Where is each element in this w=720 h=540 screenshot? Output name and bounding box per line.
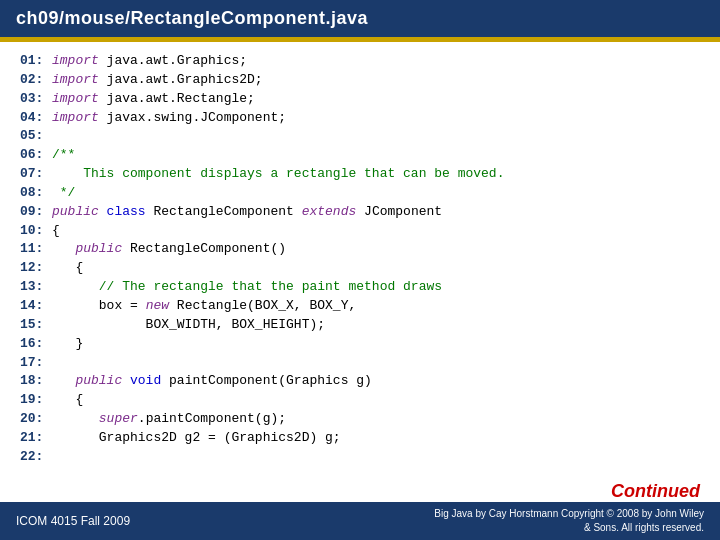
line-number: 01:: [20, 52, 52, 71]
line-code: Graphics2D g2 = (Graphics2D) g;: [52, 429, 341, 448]
line-number: 22:: [20, 448, 52, 467]
continued-label: Continued: [611, 481, 700, 502]
line-number: 21:: [20, 429, 52, 448]
code-line: 20: super.paintComponent(g);: [20, 410, 700, 429]
line-number: 12:: [20, 259, 52, 278]
code-line: 11: public RectangleComponent(): [20, 240, 700, 259]
code-line: 13: // The rectangle that the paint meth…: [20, 278, 700, 297]
code-line: 12: {: [20, 259, 700, 278]
line-number: 17:: [20, 354, 52, 373]
code-line: 22:: [20, 448, 700, 467]
line-code: box = new Rectangle(BOX_X, BOX_Y,: [52, 297, 356, 316]
line-code: public void paintComponent(Graphics g): [52, 372, 372, 391]
line-number: 06:: [20, 146, 52, 165]
code-line: 09:public class RectangleComponent exten…: [20, 203, 700, 222]
line-number: 14:: [20, 297, 52, 316]
line-number: 19:: [20, 391, 52, 410]
line-code: import javax.swing.JComponent;: [52, 109, 286, 128]
line-code: public class RectangleComponent extends …: [52, 203, 442, 222]
code-line: 10:{: [20, 222, 700, 241]
line-number: 20:: [20, 410, 52, 429]
code-content: 01:import java.awt.Graphics;02:import ja…: [0, 42, 720, 477]
code-line: 18: public void paintComponent(Graphics …: [20, 372, 700, 391]
code-line: 03:import java.awt.Rectangle;: [20, 90, 700, 109]
line-number: 09:: [20, 203, 52, 222]
line-number: 13:: [20, 278, 52, 297]
line-number: 07:: [20, 165, 52, 184]
line-code: public RectangleComponent(): [52, 240, 286, 259]
slide: ch09/mouse/RectangleComponent.java 01:im…: [0, 0, 720, 540]
line-code: */: [52, 184, 75, 203]
footer: ICOM 4015 Fall 2009 Big Java by Cay Hors…: [0, 502, 720, 540]
line-number: 15:: [20, 316, 52, 335]
code-line: 06:/**: [20, 146, 700, 165]
line-code: {: [52, 259, 83, 278]
line-number: 18:: [20, 372, 52, 391]
line-code: /**: [52, 146, 75, 165]
line-number: 03:: [20, 90, 52, 109]
line-code: import java.awt.Rectangle;: [52, 90, 255, 109]
line-code: This component displays a rectangle that…: [52, 165, 504, 184]
code-line: 05:: [20, 127, 700, 146]
line-code: import java.awt.Graphics2D;: [52, 71, 263, 90]
code-line: 14: box = new Rectangle(BOX_X, BOX_Y,: [20, 297, 700, 316]
line-number: 16:: [20, 335, 52, 354]
footer-right: Big Java by Cay Horstmann Copyright © 20…: [434, 507, 704, 535]
line-code: BOX_WIDTH, BOX_HEIGHT);: [52, 316, 325, 335]
code-line: 04:import javax.swing.JComponent;: [20, 109, 700, 128]
code-line: 16: }: [20, 335, 700, 354]
line-code: super.paintComponent(g);: [52, 410, 286, 429]
code-line: 21: Graphics2D g2 = (Graphics2D) g;: [20, 429, 700, 448]
line-number: 08:: [20, 184, 52, 203]
line-number: 11:: [20, 240, 52, 259]
line-code: {: [52, 391, 83, 410]
code-line: 01:import java.awt.Graphics;: [20, 52, 700, 71]
line-code: import java.awt.Graphics;: [52, 52, 247, 71]
code-line: 17:: [20, 354, 700, 373]
line-code: {: [52, 222, 60, 241]
line-number: 04:: [20, 109, 52, 128]
line-number: 05:: [20, 127, 52, 146]
code-line: 19: {: [20, 391, 700, 410]
slide-title: ch09/mouse/RectangleComponent.java: [0, 0, 720, 37]
line-number: 10:: [20, 222, 52, 241]
code-line: 15: BOX_WIDTH, BOX_HEIGHT);: [20, 316, 700, 335]
code-line: 08: */: [20, 184, 700, 203]
line-number: 02:: [20, 71, 52, 90]
footer-left: ICOM 4015 Fall 2009: [16, 514, 130, 528]
code-line: 07: This component displays a rectangle …: [20, 165, 700, 184]
code-line: 02:import java.awt.Graphics2D;: [20, 71, 700, 90]
line-code: }: [52, 335, 83, 354]
line-code: // The rectangle that the paint method d…: [52, 278, 442, 297]
